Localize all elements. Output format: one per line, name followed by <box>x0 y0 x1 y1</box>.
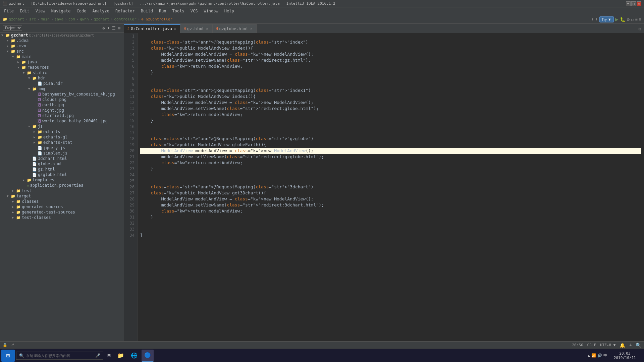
show-desktop-btn[interactable] <box>640 350 643 362</box>
tree-item-night[interactable]: 🖼 night.jpg <box>0 108 124 113</box>
tree-item-templates[interactable]: ▶ 📁 templates <box>0 177 124 183</box>
start-button[interactable]: ⊞ <box>1 350 15 362</box>
nav-gzchart2[interactable]: gzchart <box>94 17 109 21</box>
tree-item-simplex[interactable]: 📄 simplex.js <box>0 150 124 156</box>
tree-item-java[interactable]: ▶ 📁 java <box>0 59 124 65</box>
menu-view[interactable]: View <box>33 8 48 14</box>
menu-vcs[interactable]: VCS <box>188 8 201 14</box>
taskbar-fileexplorer[interactable]: 📁 <box>115 350 127 362</box>
tab-gz[interactable]: H gz.html ✕ <box>180 24 213 33</box>
tree-item-bathymetry[interactable]: 🖼 bathymetry_bw_composite_4k.jpg <box>0 92 124 97</box>
nav-controller[interactable]: controller <box>114 17 136 21</box>
maximize-button[interactable]: □ <box>631 1 636 6</box>
toolbar-more-btn[interactable]: ≡ <box>635 17 638 22</box>
menu-analyze[interactable]: Analyze <box>90 8 112 14</box>
simplex-icon: 📄 <box>38 151 42 156</box>
tree-item-hdr[interactable]: ▼ 📁 hdr <box>0 75 124 81</box>
tree-item-gen-test-sources[interactable]: ▶ 📁 generated-test-sources <box>0 209 124 215</box>
tree-item-classes[interactable]: ▶ 📁 classes <box>0 199 124 204</box>
taskbar-multiview[interactable]: ⊞ <box>105 350 113 362</box>
tab-gzcontroller-close[interactable]: ✕ <box>173 27 177 31</box>
tree-item-gz[interactable]: 📄 gz.html <box>0 167 124 172</box>
menu-window[interactable]: Window <box>201 8 221 14</box>
menu-refactor[interactable]: Refactor <box>113 8 138 14</box>
tree-item-starfield[interactable]: 🖼 starfield.jpg <box>0 113 124 118</box>
tree-item-gzglobe[interactable]: 📄 gzglobe.html <box>0 172 124 177</box>
nav-com[interactable]: com <box>68 17 75 21</box>
taskbar-search[interactable] <box>26 354 93 358</box>
tree-item-gen-sources[interactable]: ▶ 📁 generated-sources <box>0 204 124 209</box>
test-icon: 📁 <box>16 189 21 193</box>
mic-icon[interactable]: 🎤 <box>95 353 100 358</box>
tree-item-jquery[interactable]: 📄 jquery.js <box>0 145 124 150</box>
close-button[interactable]: ✕ <box>637 1 641 6</box>
tree-item-resources[interactable]: ▼ 📁 resources <box>0 65 124 70</box>
tree-item-world[interactable]: 🖼 world.topo.bathy.200401.jpg <box>0 118 124 124</box>
panel-icon-grid[interactable]: ⊞ <box>117 25 121 31</box>
tree-item-root[interactable]: ▼ 📁 gzchart D:\zhpfile\ideaworkspace\gzc… <box>0 33 124 38</box>
tree-item-echarts-stat[interactable]: ▶ 📁 echarts-stat <box>0 140 124 145</box>
tree-item-idea[interactable]: ▶ 📁 .idea <box>0 38 124 43</box>
tree-item-img[interactable]: ▼ 📁 img <box>0 86 124 92</box>
tree-item-static[interactable]: ▼ 📁 static <box>0 70 124 75</box>
tree-item-echarts[interactable]: ▶ 📁 echarts <box>0 129 124 134</box>
tree-item-globe[interactable]: 📄 globe.html <box>0 161 124 167</box>
code-lines[interactable]: class=class="str">"ann">@RequestMapping(… <box>138 33 644 341</box>
clouds-icon: 🖼 <box>38 98 41 102</box>
nav-src[interactable]: src <box>29 17 36 21</box>
toolbar-reload-btn[interactable]: ↻ <box>631 17 634 22</box>
tree-item-3dchart[interactable]: 📄 3dchart.html <box>0 156 124 161</box>
taskbar-chrome[interactable]: 🌐 <box>128 350 140 362</box>
tray-arrow-icon[interactable]: ▲ <box>588 353 590 358</box>
try-button[interactable]: Try ▼ <box>599 16 614 22</box>
tree-item-js[interactable]: ▼ 📁 js <box>0 124 124 129</box>
tab-gzglobe-close[interactable]: ✕ <box>250 27 253 31</box>
nav-main[interactable]: main <box>41 17 50 21</box>
tree-item-test[interactable]: ▶ 📁 test <box>0 188 124 193</box>
code-editor[interactable]: 1234567891011121314151617181920212223242… <box>124 33 644 341</box>
tree-item-test-classes[interactable]: ▶ 📁 test-classes <box>0 215 124 220</box>
tray-volume-icon[interactable]: 🔊 <box>597 353 602 358</box>
panel-icon-gear[interactable]: ⬆ <box>107 25 110 31</box>
tray-network-icon[interactable]: 📶 <box>591 353 596 358</box>
tab-gzcontroller[interactable]: J GzController.java ✕ <box>124 24 180 33</box>
panel-view-select[interactable]: Project <box>3 25 22 31</box>
toolbar-build-btn[interactable]: ⚙ <box>627 17 630 22</box>
tree-item-main[interactable]: ▼ 📁 main <box>0 54 124 59</box>
main-folder-icon: 📁 <box>16 55 21 59</box>
jquery-icon: 📄 <box>38 146 42 150</box>
panel-icon-menu[interactable]: ☰ <box>111 25 116 31</box>
tree-item-src[interactable]: ▼ 📁 src <box>0 49 124 54</box>
tree-item-mvn[interactable]: ▶ 📁 .mvn <box>0 43 124 49</box>
taskbar-intellij[interactable]: 🔵 <box>142 350 154 362</box>
menu-edit[interactable]: Edit <box>17 8 32 14</box>
tab-gzglobe[interactable]: H gzglobe.html ✕ <box>213 24 257 33</box>
menu-help[interactable]: Help <box>222 8 237 14</box>
nav-class[interactable]: ⊙ GzController <box>141 17 172 21</box>
menu-code[interactable]: Code <box>74 8 89 14</box>
panel-icon-settings[interactable]: ⚙ <box>102 25 105 31</box>
nav-gzchart[interactable]: gzchart <box>9 17 24 21</box>
editor-settings-icon[interactable]: ⚙ <box>636 25 644 33</box>
tree-item-earth[interactable]: 🖼 earth.jpg <box>0 102 124 108</box>
appprops-icon: ⚙ <box>27 183 29 188</box>
nav-gwhn[interactable]: gwhn <box>80 17 89 21</box>
tree-item-pisa[interactable]: 📄 pisa.hdr <box>0 81 124 86</box>
minimize-button[interactable]: ─ <box>626 1 631 6</box>
tab-java-icon: J <box>127 27 129 31</box>
menu-file[interactable]: File <box>1 8 16 14</box>
menu-tools[interactable]: Tools <box>170 8 187 14</box>
toolbar-debug-btn[interactable]: 🐛 <box>620 17 626 22</box>
tree-item-clouds[interactable]: 🖼 clouds.png <box>0 97 124 102</box>
toolbar-run-btn[interactable]: ▶ <box>615 16 619 22</box>
tree-item-appprops[interactable]: ⚙ application.properties <box>0 183 124 188</box>
nav-java[interactable]: java <box>55 17 64 21</box>
tab-gz-close[interactable]: ✕ <box>206 27 209 31</box>
menu-run[interactable]: Run <box>156 8 169 14</box>
tree-item-target[interactable]: ▼ 📁 target <box>0 193 124 199</box>
status-notification-icon: 🔔 <box>620 343 625 348</box>
tree-item-echarts-gl[interactable]: ▶ 📁 echarts-gl <box>0 134 124 140</box>
menu-build[interactable]: Build <box>138 8 156 14</box>
menu-navigate[interactable]: Navigate <box>49 8 73 14</box>
window-controls[interactable]: ─ □ ✕ <box>626 1 641 6</box>
